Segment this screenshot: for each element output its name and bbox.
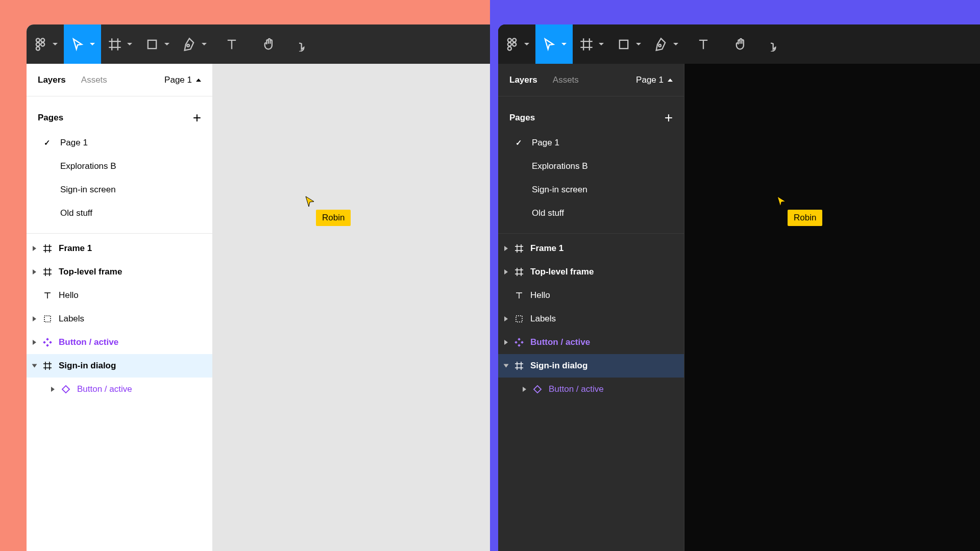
frame-icon bbox=[42, 361, 53, 371]
pages-heading: Pages bbox=[38, 113, 63, 123]
svg-rect-25 bbox=[46, 344, 49, 347]
cursor-icon bbox=[305, 195, 315, 208]
chevron-right-icon bbox=[33, 246, 36, 251]
layer-row[interactable]: Hello bbox=[498, 284, 684, 307]
layer-row[interactable]: Button / active bbox=[27, 378, 212, 401]
tab-layers[interactable]: Layers bbox=[509, 75, 537, 85]
frame-icon bbox=[514, 267, 524, 277]
figma-logo-icon bbox=[505, 37, 519, 52]
shape-tool-button[interactable] bbox=[610, 24, 647, 64]
layer-row[interactable]: Sign-in dialog bbox=[498, 354, 684, 378]
canvas[interactable]: Robin bbox=[213, 64, 490, 551]
check-icon bbox=[516, 138, 524, 148]
layer-row[interactable]: Frame 1 bbox=[498, 237, 684, 260]
pen-icon bbox=[654, 37, 668, 52]
page-selector-label: Page 1 bbox=[636, 75, 664, 85]
svg-point-43 bbox=[658, 44, 661, 47]
figma-menu-button[interactable] bbox=[27, 24, 64, 64]
page-item[interactable]: Explorations B bbox=[27, 155, 212, 178]
cursor-icon bbox=[70, 37, 85, 52]
page-item[interactable]: Sign-in screen bbox=[498, 178, 684, 202]
layer-row[interactable]: Labels bbox=[498, 307, 684, 331]
svg-rect-23 bbox=[44, 316, 51, 322]
figma-window-dark: Layers Assets Page 1 Pages + Page 1 Expl… bbox=[498, 24, 980, 551]
svg-point-33 bbox=[507, 38, 511, 42]
frame-tool-button[interactable] bbox=[573, 24, 610, 64]
page-selector[interactable]: Page 1 bbox=[636, 75, 673, 85]
svg-point-35 bbox=[507, 42, 511, 46]
layer-row[interactable]: Button / active bbox=[27, 331, 212, 354]
page-item[interactable]: Page 1 bbox=[498, 131, 684, 155]
svg-rect-58 bbox=[518, 344, 521, 347]
svg-rect-32 bbox=[62, 386, 69, 393]
figma-menu-button[interactable] bbox=[498, 24, 535, 64]
move-tool-button[interactable] bbox=[535, 24, 573, 64]
chevron-right-icon bbox=[504, 269, 508, 274]
svg-rect-57 bbox=[518, 338, 521, 341]
comment-icon bbox=[299, 37, 313, 52]
canvas[interactable]: Robin bbox=[684, 64, 980, 551]
page-selector[interactable]: Page 1 bbox=[164, 75, 201, 85]
instance-icon bbox=[61, 384, 71, 394]
svg-point-4 bbox=[36, 46, 39, 50]
svg-rect-60 bbox=[521, 341, 524, 344]
hand-tool-button[interactable] bbox=[250, 24, 287, 64]
page-item[interactable]: Page 1 bbox=[27, 131, 212, 155]
rectangle-icon bbox=[145, 37, 159, 52]
layer-row[interactable]: Hello bbox=[27, 284, 212, 307]
hand-icon bbox=[262, 37, 276, 52]
hand-icon bbox=[733, 37, 748, 52]
text-tool-button[interactable] bbox=[213, 24, 250, 64]
pages-heading: Pages bbox=[509, 113, 535, 123]
chevron-right-icon bbox=[504, 316, 508, 321]
comment-tool-button[interactable] bbox=[759, 24, 796, 64]
svg-point-1 bbox=[41, 38, 44, 42]
frame-tool-button[interactable] bbox=[101, 24, 138, 64]
layer-row[interactable]: Button / active bbox=[498, 331, 684, 354]
frame-icon bbox=[42, 267, 53, 277]
layer-row[interactable]: Labels bbox=[27, 307, 212, 331]
text-tool-button[interactable] bbox=[684, 24, 722, 64]
svg-point-36 bbox=[512, 42, 516, 46]
text-icon bbox=[696, 37, 710, 52]
left-panel: Layers Assets Page 1 Pages + Page 1 Expl… bbox=[498, 64, 684, 551]
svg-rect-9 bbox=[148, 40, 156, 48]
left-panel: Layers Assets Page 1 Pages + Page 1 Expl… bbox=[27, 64, 213, 551]
shape-tool-button[interactable] bbox=[138, 24, 176, 64]
tab-layers[interactable]: Layers bbox=[38, 75, 66, 85]
chevron-right-icon bbox=[504, 246, 508, 251]
chevron-right-icon bbox=[523, 387, 526, 392]
add-page-button[interactable]: + bbox=[193, 111, 201, 125]
toolbar bbox=[27, 24, 490, 64]
text-icon bbox=[42, 290, 53, 300]
pen-tool-button[interactable] bbox=[176, 24, 213, 64]
pen-tool-button[interactable] bbox=[647, 24, 684, 64]
pen-icon bbox=[182, 37, 197, 52]
cursor-icon bbox=[542, 37, 556, 52]
move-tool-button[interactable] bbox=[64, 24, 101, 64]
hand-tool-button[interactable] bbox=[722, 24, 759, 64]
page-item[interactable]: Old stuff bbox=[498, 202, 684, 225]
layer-row[interactable]: Frame 1 bbox=[27, 237, 212, 260]
tab-assets[interactable]: Assets bbox=[553, 75, 579, 85]
component-icon bbox=[42, 337, 53, 347]
svg-rect-42 bbox=[619, 40, 627, 48]
svg-point-10 bbox=[187, 44, 189, 47]
svg-rect-59 bbox=[514, 341, 518, 344]
layer-row[interactable]: Top-level frame bbox=[498, 260, 684, 284]
svg-rect-26 bbox=[43, 341, 46, 344]
layer-row[interactable]: Top-level frame bbox=[27, 260, 212, 284]
page-item[interactable]: Sign-in screen bbox=[27, 178, 212, 202]
chevron-down-icon bbox=[504, 364, 509, 368]
chevron-up-icon bbox=[668, 79, 673, 82]
add-page-button[interactable]: + bbox=[665, 111, 673, 125]
collaborator-name-tag: Robin bbox=[788, 210, 822, 226]
svg-rect-27 bbox=[49, 341, 52, 344]
layer-row[interactable]: Sign-in dialog bbox=[27, 354, 212, 378]
comment-tool-button[interactable] bbox=[287, 24, 325, 64]
layer-row[interactable]: Button / active bbox=[498, 378, 684, 401]
tab-assets[interactable]: Assets bbox=[81, 75, 107, 85]
rectangle-icon bbox=[617, 37, 631, 52]
page-item[interactable]: Old stuff bbox=[27, 202, 212, 225]
page-item[interactable]: Explorations B bbox=[498, 155, 684, 178]
